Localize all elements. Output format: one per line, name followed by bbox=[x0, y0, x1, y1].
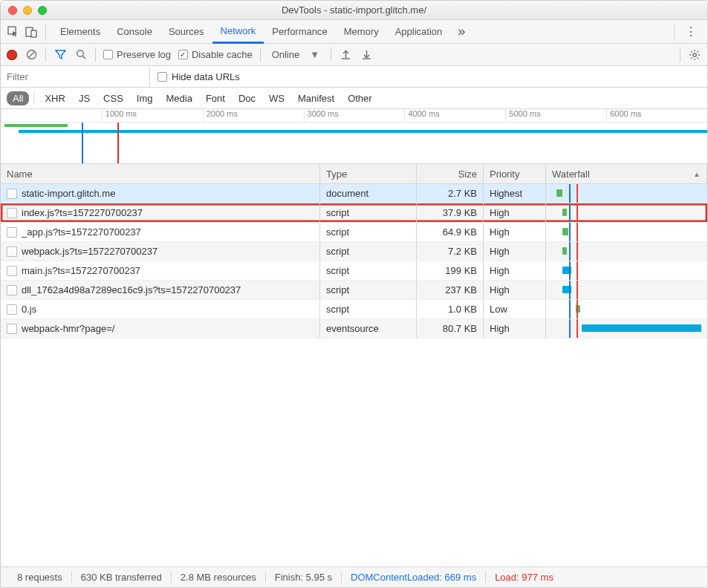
type-filter-ws[interactable]: WS bbox=[263, 91, 290, 105]
filter-toggle-icon[interactable] bbox=[53, 49, 67, 60]
dcl-marker bbox=[569, 300, 571, 318]
dcl-marker bbox=[569, 261, 571, 280]
status-requests: 8 requests bbox=[8, 572, 72, 583]
cell-priority: High bbox=[484, 281, 546, 299]
file-icon bbox=[7, 266, 17, 276]
cell-waterfall bbox=[546, 242, 707, 261]
type-filter-manifest[interactable]: Manifest bbox=[292, 91, 340, 105]
ruler-tick bbox=[1, 109, 102, 122]
inspect-element-icon[interactable] bbox=[5, 24, 22, 40]
disable-cache-label: Disable cache bbox=[192, 49, 253, 60]
cell-name: _app.js?ts=1572270700237 bbox=[1, 223, 320, 241]
type-filter-font[interactable]: Font bbox=[200, 91, 231, 105]
table-row[interactable]: 0.jsscript1.0 KBLow bbox=[1, 300, 707, 319]
svg-rect-2 bbox=[31, 30, 36, 37]
settings-icon[interactable] bbox=[688, 49, 701, 61]
throttling-value: Online bbox=[272, 49, 300, 60]
tab-elements[interactable]: Elements bbox=[52, 20, 108, 44]
request-name: _app.js?ts=1572270700237 bbox=[22, 226, 141, 238]
cell-name: main.js?ts=1572270700237 bbox=[1, 261, 320, 280]
type-filter-img[interactable]: Img bbox=[131, 91, 159, 105]
svg-line-6 bbox=[82, 56, 85, 59]
dcl-marker bbox=[569, 203, 571, 222]
svg-point-5 bbox=[77, 50, 83, 57]
disable-cache-checkbox[interactable]: Disable cache bbox=[178, 49, 253, 60]
cell-name: webpack.js?ts=1572270700237 bbox=[1, 242, 320, 261]
preserve-log-checkbox[interactable]: Preserve log bbox=[103, 49, 171, 60]
table-row[interactable]: index.js?ts=1572270700237script37.9 KBHi… bbox=[1, 203, 707, 223]
col-name[interactable]: Name bbox=[1, 164, 320, 183]
cell-size: 80.7 KB bbox=[417, 319, 484, 338]
tab-console[interactable]: Console bbox=[108, 20, 160, 44]
cell-name: webpack-hmr?page=/ bbox=[1, 319, 320, 338]
table-row[interactable]: dll_1762a4d98a7289ec16c9.js?ts=157227070… bbox=[1, 281, 707, 300]
file-icon bbox=[7, 285, 17, 295]
col-size[interactable]: Size bbox=[417, 164, 484, 183]
window-title: DevTools - static-import.glitch.me/ bbox=[1, 4, 707, 16]
cell-size: 64.9 KB bbox=[417, 223, 484, 241]
table-row[interactable]: main.js?ts=1572270700237script199 KBHigh bbox=[1, 261, 707, 281]
more-tabs-button[interactable]: » bbox=[452, 24, 471, 39]
cell-priority: Low bbox=[484, 300, 546, 318]
table-row[interactable]: static-import.glitch.medocument2.7 KBHig… bbox=[1, 184, 707, 203]
devtools-menu-button[interactable]: ⋮ bbox=[679, 24, 703, 39]
throttling-select[interactable]: Online ▼ bbox=[268, 48, 323, 62]
load-marker bbox=[577, 300, 578, 318]
minimize-window-button[interactable] bbox=[23, 6, 32, 15]
filter-bar: Hide data URLs bbox=[1, 66, 707, 88]
tab-performance[interactable]: Performance bbox=[264, 20, 335, 44]
device-toggle-icon[interactable] bbox=[23, 24, 39, 40]
file-icon bbox=[7, 304, 17, 315]
cell-priority: High bbox=[484, 242, 546, 261]
cell-type: script bbox=[320, 300, 417, 318]
cell-priority: High bbox=[484, 203, 546, 222]
type-filter-media[interactable]: Media bbox=[160, 91, 198, 105]
hide-data-urls-label: Hide data URLs bbox=[172, 71, 240, 82]
load-marker bbox=[577, 223, 578, 241]
zoom-window-button[interactable] bbox=[38, 6, 47, 15]
cell-priority: Highest bbox=[484, 184, 546, 203]
export-har-icon[interactable] bbox=[360, 49, 373, 60]
col-type[interactable]: Type bbox=[320, 164, 417, 183]
cell-priority: High bbox=[484, 261, 546, 280]
type-filter-other[interactable]: Other bbox=[342, 91, 378, 105]
file-icon bbox=[7, 227, 17, 238]
filter-input[interactable] bbox=[1, 67, 149, 87]
type-filter-row: AllXHRJSCSSImgMediaFontDocWSManifestOthe… bbox=[1, 88, 707, 109]
hide-data-urls-checkbox[interactable]: Hide data URLs bbox=[150, 71, 240, 82]
dcl-marker bbox=[569, 242, 571, 261]
waterfall-bar bbox=[582, 324, 701, 332]
waterfall-bar bbox=[562, 209, 567, 216]
record-button[interactable] bbox=[7, 50, 17, 60]
type-filter-css[interactable]: CSS bbox=[97, 91, 129, 105]
cell-type: script bbox=[320, 242, 417, 261]
load-marker bbox=[577, 242, 578, 261]
import-har-icon[interactable] bbox=[339, 49, 352, 60]
type-filter-doc[interactable]: Doc bbox=[233, 91, 262, 105]
col-priority[interactable]: Priority bbox=[484, 164, 546, 183]
status-resources: 2.8 MB resources bbox=[172, 572, 266, 583]
waterfall-bar bbox=[556, 189, 562, 197]
type-filter-all[interactable]: All bbox=[7, 91, 29, 105]
tab-network[interactable]: Network bbox=[212, 20, 264, 44]
type-filter-js[interactable]: JS bbox=[73, 91, 96, 105]
ruler-tick: 5000 ms bbox=[505, 109, 606, 122]
col-waterfall[interactable]: Waterfall ▲ bbox=[546, 164, 707, 183]
sort-asc-icon: ▲ bbox=[693, 170, 701, 178]
table-row[interactable]: _app.js?ts=1572270700237script64.9 KBHig… bbox=[1, 223, 707, 242]
tab-application[interactable]: Application bbox=[387, 20, 451, 44]
cell-type: script bbox=[320, 281, 417, 299]
tab-sources[interactable]: Sources bbox=[160, 20, 212, 44]
status-transferred: 630 KB transferred bbox=[72, 572, 172, 583]
type-filter-xhr[interactable]: XHR bbox=[39, 91, 71, 105]
table-row[interactable]: webpack-hmr?page=/eventsource80.7 KBHigh bbox=[1, 319, 707, 339]
tab-memory[interactable]: Memory bbox=[336, 20, 387, 44]
cell-size: 237 KB bbox=[417, 281, 484, 299]
table-header: Name Type Size Priority Waterfall ▲ bbox=[1, 164, 707, 184]
ruler-tick: 6000 ms bbox=[606, 109, 707, 122]
search-icon[interactable] bbox=[74, 49, 88, 60]
clear-button[interactable] bbox=[25, 49, 38, 60]
timeline-overview[interactable]: 1000 ms2000 ms3000 ms4000 ms5000 ms6000 … bbox=[1, 109, 707, 164]
table-row[interactable]: webpack.js?ts=1572270700237script7.2 KBH… bbox=[1, 242, 707, 261]
close-window-button[interactable] bbox=[8, 6, 17, 15]
